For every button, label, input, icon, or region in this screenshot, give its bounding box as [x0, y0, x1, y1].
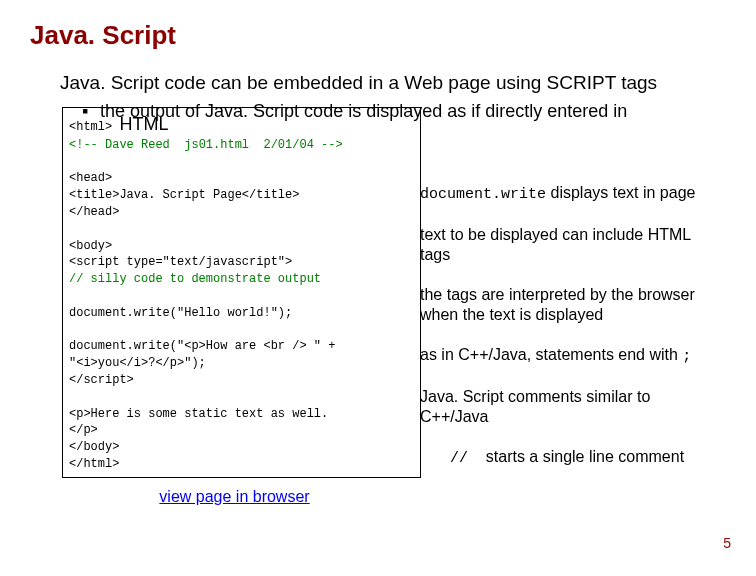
code-line: "<i>you</i>?</p>"); [69, 355, 414, 372]
note-3: the tags are interpreted by the browser … [420, 285, 700, 325]
code-line: <p>Here is some static text as well. [69, 406, 414, 423]
view-page-link[interactable]: view page in browser [62, 488, 407, 506]
note-6: // starts a single line comment [420, 447, 700, 469]
code-line: </body> [69, 439, 414, 456]
code-example: <html> HTML <!-- Dave Reed js01.html 2/0… [62, 107, 421, 478]
slide-title: Java. Script [30, 20, 726, 51]
note-2: text to be displayed can include HTML ta… [420, 225, 700, 265]
note-5: Java. Script comments similar to C++/Jav… [420, 387, 700, 427]
code-line: <head> [69, 170, 414, 187]
code-comment: // silly code to demonstrate output [69, 271, 414, 288]
code-line: <body> [69, 238, 414, 255]
page-number: 5 [723, 535, 731, 551]
code-line: </p> [69, 422, 414, 439]
code-line: document.write("Hello world!"); [69, 305, 414, 322]
code-line: document.write("<p>How are <br /> " + [69, 338, 414, 355]
note-1: document.write displays text in page [420, 183, 700, 205]
intro-text: Java. Script code can be embedded in a W… [60, 71, 726, 96]
code-comment: 2/01/04 --> [263, 138, 342, 152]
code-comment: js01.html [184, 138, 249, 152]
code-line: <title>Java. Script Page</title> [69, 187, 414, 204]
notes-column: document.write displays text in page tex… [420, 188, 700, 488]
code-line: </script> [69, 372, 414, 389]
code-line: <html> [69, 120, 112, 134]
code-line: </head> [69, 204, 414, 221]
note-4: as in C++/Java, statements end with ; [420, 345, 700, 367]
code-line: </html> [69, 456, 414, 473]
code-comment: <!-- Dave Reed [69, 138, 170, 152]
code-line: <script type="text/javascript"> [69, 254, 414, 271]
bullet-1-cont: HTML [119, 114, 168, 134]
